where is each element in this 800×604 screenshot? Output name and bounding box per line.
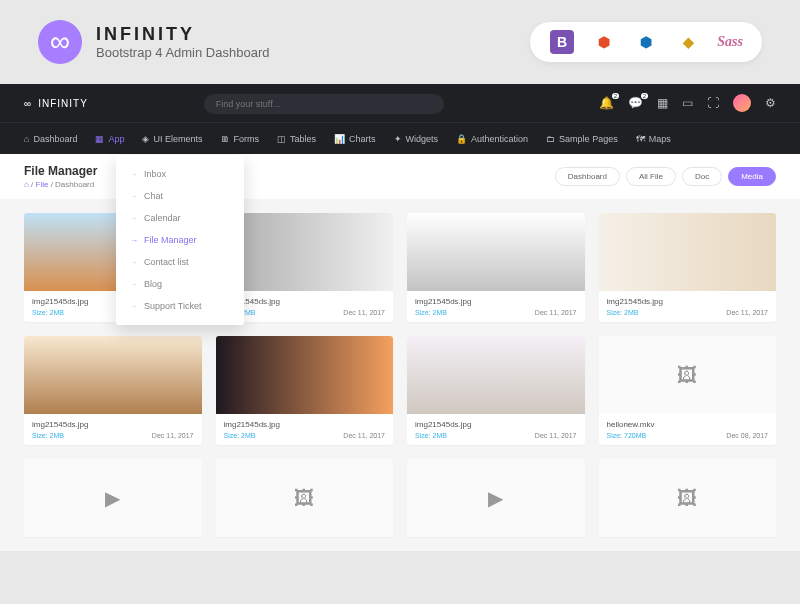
promo-logo-icon: ∞ (38, 20, 82, 64)
file-name: img21545ds.jpg (224, 297, 386, 306)
dropdown-contact-list[interactable]: Contact list (116, 251, 244, 273)
fullscreen-icon[interactable]: ⛶ (707, 96, 719, 110)
html5-icon: ⬢ (592, 30, 616, 54)
nav-charts[interactable]: 📊 Charts (334, 134, 376, 144)
crumb-file[interactable]: File (36, 180, 49, 189)
nav-app[interactable]: ▦ App (95, 134, 124, 144)
grunt-icon: ◆ (676, 30, 700, 54)
nav-maps[interactable]: 🗺 Maps (636, 134, 671, 144)
nav-widgets[interactable]: ✦ Widgets (394, 134, 439, 144)
search-input[interactable] (204, 94, 444, 114)
messages-icon[interactable]: 💬2 (628, 96, 643, 110)
video-placeholder-icon: ▶ (24, 459, 202, 537)
dropdown-support-ticket[interactable]: Support Ticket (116, 295, 244, 317)
dropdown-chat[interactable]: Chat (116, 185, 244, 207)
file-card[interactable]: img21545ds.jpgSize: 2MBDec 11, 2017 (24, 336, 202, 445)
nav-tables[interactable]: ◫ Tables (277, 134, 316, 144)
settings-icon[interactable]: ⚙ (765, 96, 776, 110)
file-name: hellonew.mkv (607, 420, 769, 429)
search-container (204, 93, 444, 114)
nav-dashboard[interactable]: ⌂ Dashboard (24, 134, 77, 144)
file-thumbnail (216, 336, 394, 414)
filter-doc[interactable]: Doc (682, 167, 722, 186)
file-name: img21545ds.jpg (607, 297, 769, 306)
file-date: Dec 11, 2017 (343, 309, 385, 316)
image-placeholder-icon: 🖼 (599, 459, 777, 537)
app-dropdown: Inbox Chat Calendar File Manager Contact… (116, 155, 244, 325)
image-placeholder-icon: 🖼 (216, 459, 394, 537)
promo-tagline: Bootstrap 4 Admin Dashboard (96, 45, 269, 60)
dropdown-blog[interactable]: Blog (116, 273, 244, 295)
filter-media[interactable]: Media (728, 167, 776, 186)
file-size: Size: 2MB (32, 432, 64, 439)
bootstrap-icon: B (550, 30, 574, 54)
promo-text: INFINITY Bootstrap 4 Admin Dashboard (96, 24, 269, 60)
file-date: Dec 11, 2017 (535, 309, 577, 316)
dropdown-calendar[interactable]: Calendar (116, 207, 244, 229)
apps-icon[interactable]: ▦ (657, 96, 668, 110)
topbar: ∞ INFINITY 🔔2 💬2 ▦ ▭ ⛶ ⚙ (0, 84, 800, 122)
notifications-icon[interactable]: 🔔2 (599, 96, 614, 110)
file-name: img21545ds.jpg (32, 420, 194, 429)
file-size: Size: 2MB (607, 309, 639, 316)
file-size: Size: 2MB (415, 432, 447, 439)
image-placeholder-icon: 🖼 (599, 336, 777, 414)
file-card[interactable]: 🖼 (216, 459, 394, 537)
file-name: img21545ds.jpg (415, 420, 577, 429)
app-brand[interactable]: ∞ INFINITY (24, 98, 88, 109)
file-size: Size: 2MB (224, 432, 256, 439)
breadcrumb: ⌂ / File / Dashboard (24, 180, 97, 189)
main-nav: ⌂ Dashboard ▦ App ◈ UI Elements 🗎 Forms … (0, 122, 800, 154)
file-date: Dec 11, 2017 (343, 432, 385, 439)
file-thumbnail (24, 336, 202, 414)
promo-header: ∞ INFINITY Bootstrap 4 Admin Dashboard B… (0, 0, 800, 84)
home-icon[interactable]: ⌂ (24, 180, 29, 189)
promo-brand: INFINITY (96, 24, 269, 45)
nav-forms[interactable]: 🗎 Forms (221, 134, 260, 144)
file-card[interactable]: ▶ (24, 459, 202, 537)
file-date: Dec 08, 2017 (726, 432, 768, 439)
file-thumbnail (407, 336, 585, 414)
file-date: Dec 11, 2017 (535, 432, 577, 439)
file-size: Size: 720MB (607, 432, 647, 439)
file-size: Size: 2MB (415, 309, 447, 316)
nav-authentication[interactable]: 🔒 Authentication (456, 134, 528, 144)
file-name: img21545ds.jpg (224, 420, 386, 429)
file-card[interactable]: ▶ (407, 459, 585, 537)
app-brand-text: INFINITY (38, 98, 88, 109)
avatar[interactable] (733, 94, 751, 112)
nav-ui-elements[interactable]: ◈ UI Elements (142, 134, 202, 144)
cards-icon[interactable]: ▭ (682, 96, 693, 110)
file-card[interactable]: img21545ds.jpgSize: 2MBDec 11, 2017 (407, 336, 585, 445)
file-card[interactable]: 🖼 (599, 459, 777, 537)
css3-icon: ⬢ (634, 30, 658, 54)
filter-dashboard[interactable]: Dashboard (555, 167, 620, 186)
nav-sample-pages[interactable]: 🗀 Sample Pages (546, 134, 618, 144)
dropdown-file-manager[interactable]: File Manager (116, 229, 244, 251)
tech-badges: B ⬢ ⬢ ◆ Sass (530, 22, 762, 62)
file-card[interactable]: 🖼hellonew.mkvSize: 720MBDec 08, 2017 (599, 336, 777, 445)
file-size: Size: 2MB (32, 309, 64, 316)
file-name: img21545ds.jpg (415, 297, 577, 306)
file-card[interactable]: img21545ds.jpgSize: 2MBDec 11, 2017 (407, 213, 585, 322)
dropdown-inbox[interactable]: Inbox (116, 163, 244, 185)
file-card[interactable]: img21545ds.jpgSize: 2MBDec 11, 2017 (599, 213, 777, 322)
file-thumbnail (407, 213, 585, 291)
page-title: File Manager (24, 164, 97, 178)
file-date: Dec 11, 2017 (726, 309, 768, 316)
crumb-dashboard: Dashboard (55, 180, 94, 189)
file-card[interactable]: img21545ds.jpgSize: 2MBDec 11, 2017 (216, 336, 394, 445)
filter-all-file[interactable]: All File (626, 167, 676, 186)
infinity-icon: ∞ (24, 98, 32, 109)
file-date: Dec 11, 2017 (152, 432, 194, 439)
video-placeholder-icon: ▶ (407, 459, 585, 537)
sass-icon: Sass (718, 30, 742, 54)
file-thumbnail (599, 213, 777, 291)
